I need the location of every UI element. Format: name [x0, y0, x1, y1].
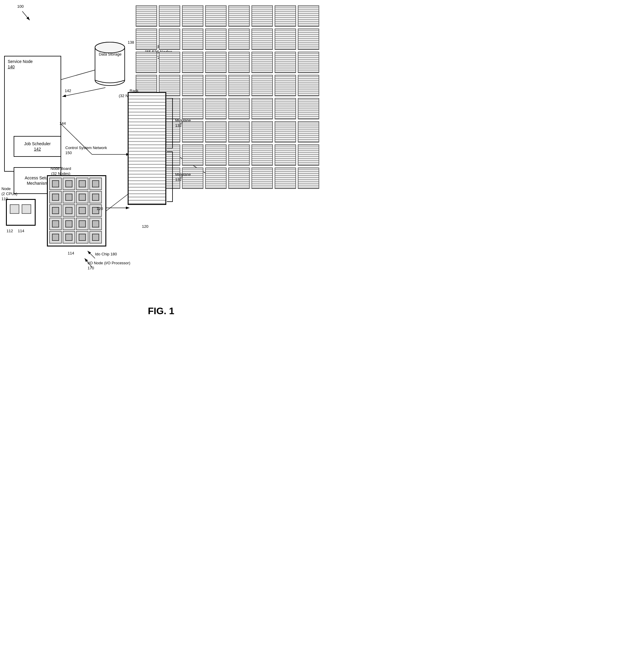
node-chip	[63, 218, 75, 230]
main-rack-lines	[129, 93, 165, 204]
rack-grid-item	[275, 5, 296, 27]
service-node-box: Service Node 140 Job Scheduler 142 Acces…	[4, 56, 61, 172]
rack-grid-item	[228, 121, 250, 143]
node-chip	[63, 204, 75, 217]
rack-grid-item	[182, 75, 203, 96]
node-chip	[49, 218, 62, 230]
job-scheduler-label: Job Scheduler 142	[24, 141, 51, 152]
rack-grid-item	[251, 5, 273, 27]
rack-grid-item	[251, 28, 273, 50]
ref-144-label: 144	[59, 121, 66, 126]
cpu-box-2	[22, 204, 31, 214]
node-chip	[76, 231, 88, 243]
ref-114-io: 114	[68, 251, 74, 256]
io-node-label: I/O Node (I/O Processor) 170	[87, 261, 130, 271]
node-chip	[76, 204, 88, 217]
ref-114: 114	[18, 229, 24, 234]
midplane-lower-label: Midplane 132	[175, 172, 191, 182]
node-chip	[63, 191, 75, 203]
node-chip	[89, 231, 102, 243]
rack-grid-item	[205, 121, 227, 143]
rack-grid-item	[136, 52, 157, 73]
node-chip	[63, 178, 75, 190]
data-storage-label: Data Storage	[97, 52, 124, 57]
rack-grid-item	[251, 121, 273, 143]
node-chip	[89, 191, 102, 203]
ido-chip-label: Ido Chip 180	[95, 252, 117, 257]
main-rack	[128, 92, 166, 205]
node-chip	[63, 231, 75, 243]
rack-grid-item	[228, 144, 250, 166]
node-chip	[49, 231, 62, 243]
rack-grid-item	[205, 98, 227, 120]
rack-grid-item	[205, 168, 227, 189]
cpu-box-1	[10, 204, 19, 214]
rack-grid-item	[275, 52, 296, 73]
rack-grid-item	[298, 98, 319, 120]
rack-grid-item	[182, 144, 203, 166]
rack-grid-item	[205, 144, 227, 166]
node-chip	[89, 218, 102, 230]
ref-142-label: 142	[65, 88, 71, 93]
rack-grid-item	[182, 5, 203, 27]
midplane-upper-bracket	[167, 98, 173, 149]
ref-120-rack: 120	[142, 224, 149, 229]
ref-100-label: 100	[17, 4, 24, 9]
rack-grid-item	[205, 52, 227, 73]
job-scheduler-box: Job Scheduler 142	[14, 136, 61, 157]
node-chip	[49, 178, 62, 190]
rack-grid-item	[298, 121, 319, 143]
rack-grid-item	[251, 144, 273, 166]
rack-grid-item	[205, 28, 227, 50]
rack-grid-item	[205, 5, 227, 27]
rack-grid-item	[205, 75, 227, 96]
rack-grid-item	[136, 28, 157, 50]
midplane-upper-label: Midplane 132	[175, 118, 191, 128]
rack-grid-item	[251, 52, 273, 73]
ref-112: 112	[7, 229, 13, 234]
figure-label: FIG. 1	[148, 305, 174, 316]
rack-grid-item	[298, 52, 319, 73]
rack-grid-item	[228, 98, 250, 120]
rack-grid-item	[275, 98, 296, 120]
svg-line-12	[87, 251, 95, 258]
svg-line-0	[22, 11, 30, 20]
node-label: Node (2 CPUs) 110	[1, 187, 17, 202]
rack-grid-item	[275, 121, 296, 143]
rack-grid-item	[228, 168, 250, 189]
svg-line-14	[106, 193, 130, 211]
svg-point-22	[95, 42, 125, 53]
midplane-lower-bracket	[167, 152, 173, 202]
rack-grid-item	[251, 75, 273, 96]
rack-grid-item	[275, 168, 296, 189]
node-chip	[89, 178, 102, 190]
rack-grid-item	[159, 5, 180, 27]
ref-120-nodeboard: 120	[96, 206, 103, 211]
rack-grid-item	[275, 75, 296, 96]
rack-grid-item	[159, 52, 180, 73]
rack-grid-item	[275, 144, 296, 166]
rack-grid-item	[182, 52, 203, 73]
diagram: 100 Service Node 140 Job Scheduler 142 A…	[0, 0, 322, 322]
rack-grid-item	[251, 98, 273, 120]
service-node-label: Service Node 140	[8, 59, 33, 69]
node-chip	[76, 191, 88, 203]
rack-grid-item	[298, 168, 319, 189]
rack-grid-item	[228, 5, 250, 27]
rack-grid-item	[182, 98, 203, 120]
rack-grid-item	[228, 28, 250, 50]
data-storage-svg	[92, 39, 128, 86]
rack-grid-item	[298, 144, 319, 166]
node-chip	[76, 218, 88, 230]
node-chip	[49, 204, 62, 217]
rack-grid-item	[228, 75, 250, 96]
control-network-label: Control System Network 150	[65, 146, 107, 156]
rack-grid-item	[251, 168, 273, 189]
rack-grid-item	[228, 52, 250, 73]
rack-grid-item	[298, 5, 319, 27]
rack-grid-item	[182, 28, 203, 50]
rack-grid-item	[298, 75, 319, 96]
rack-grid-item	[275, 28, 296, 50]
ref-138: 138	[128, 40, 134, 45]
rack-grid-item	[159, 28, 180, 50]
